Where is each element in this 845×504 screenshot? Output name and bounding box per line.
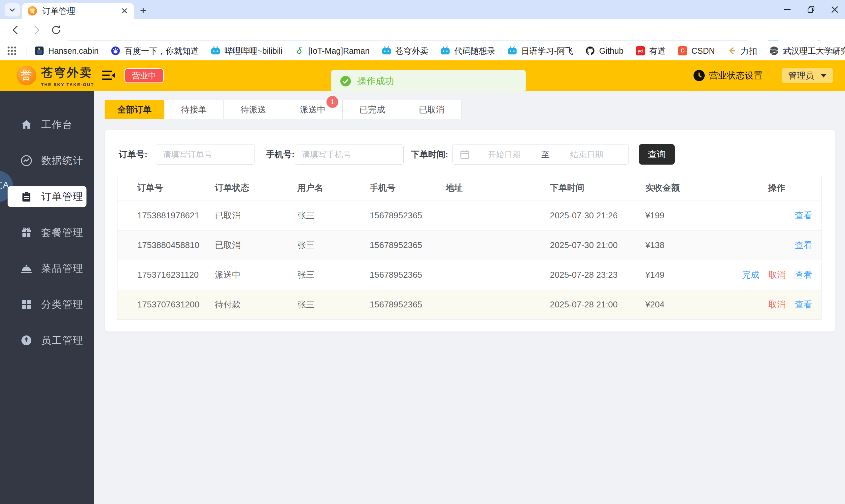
- bookmark-item[interactable]: Hansen.cabin: [34, 46, 99, 56]
- brand-logo-icon: 誉: [17, 66, 36, 86]
- action-link[interactable]: 取消: [769, 299, 786, 310]
- tab-label: 待接单: [181, 104, 207, 115]
- table-row: 1753880458810 已取消 张三 15678952365 2025-07…: [118, 231, 821, 260]
- bilibili-tv-icon: [507, 46, 517, 56]
- sidebar-item-categories[interactable]: 分类管理: [0, 294, 94, 325]
- bookmark-item[interactable]: 百度一下，你就知道: [110, 46, 199, 56]
- col-address: 地址: [426, 182, 530, 194]
- apps-grid-icon[interactable]: [6, 46, 17, 56]
- tab-close-icon[interactable]: ✕: [121, 6, 128, 16]
- sidebar-item-orders[interactable]: 订单管理: [0, 186, 94, 217]
- bookmark-item[interactable]: 代码随想录: [440, 46, 495, 56]
- success-toast: 操作成功: [331, 70, 526, 92]
- sidebar-item-statistics[interactable]: 数据统计: [0, 150, 94, 181]
- new-tab-button[interactable]: +: [140, 4, 146, 17]
- sidebar: 文A 工作台 数据统计 订单管理 套餐管理 菜品管理 分类管理 员工管理: [0, 91, 94, 504]
- tab-search-button[interactable]: [5, 3, 20, 17]
- stats-icon: [20, 155, 32, 166]
- restore-button[interactable]: [807, 5, 815, 14]
- tab-all-orders[interactable]: 全部订单: [105, 100, 164, 119]
- back-button[interactable]: [10, 24, 22, 36]
- order-status: 派送中: [195, 269, 278, 281]
- bookmarks-divider: [26, 46, 27, 56]
- minimize-button[interactable]: [783, 5, 792, 14]
- tab-completed[interactable]: 已完成: [342, 100, 402, 119]
- order-number-input[interactable]: [156, 144, 255, 165]
- order-time-label: 下单时间:: [411, 144, 448, 165]
- tab-cancelled[interactable]: 已取消: [402, 100, 461, 119]
- bookmark-label: 日语学习-阿飞: [521, 46, 573, 56]
- toast-message: 操作成功: [357, 75, 394, 87]
- action-link[interactable]: 查看: [795, 239, 812, 251]
- business-status-setting[interactable]: 营业状态设置: [709, 70, 762, 82]
- table-row: 1753707631200 待付款 张三 15678952365 2025-07…: [118, 290, 821, 320]
- sidebar-collapse-icon[interactable]: [102, 69, 116, 82]
- date-range-picker[interactable]: 开始日期 至 结束日期: [452, 144, 629, 165]
- action-link[interactable]: 查看: [795, 269, 812, 281]
- tab-dispatching[interactable]: 派送中1: [283, 100, 342, 119]
- order-status: 已取消: [195, 239, 278, 251]
- col-user: 用户名: [278, 182, 350, 194]
- phone-input[interactable]: [295, 144, 404, 165]
- bookmark-label: CSDN: [691, 46, 715, 56]
- bilibili-tv-icon: [382, 46, 391, 56]
- bookmark-item[interactable]: δ[IoT-Mag]Raman: [295, 46, 370, 56]
- order-phone: 15678952365: [350, 240, 426, 250]
- sidebar-item-workbench[interactable]: 工作台: [0, 114, 94, 145]
- browser-tab[interactable]: 誉 订单管理 ✕: [22, 3, 134, 19]
- tab-pending-accept[interactable]: 待接单: [164, 100, 224, 119]
- bookmark-label: 哔哩哔哩~bilibili: [225, 46, 283, 56]
- sidebar-item-employees[interactable]: 员工管理: [0, 330, 94, 361]
- action-link[interactable]: 查看: [795, 299, 812, 310]
- bookmark-item[interactable]: Github: [585, 46, 623, 56]
- close-button[interactable]: [830, 5, 839, 14]
- admin-dropdown[interactable]: 管理员: [781, 68, 833, 83]
- browser-titlebar: 誉 订单管理 ✕ +: [0, 0, 845, 19]
- end-date-placeholder[interactable]: 结束日期: [552, 149, 621, 160]
- bookmarks-bar: Hansen.cabin 百度一下，你就知道 哔哩哔哩~bilibili δ[I…: [0, 41, 845, 60]
- order-time: 2025-07-30 21:26: [530, 211, 626, 221]
- bookmark-item[interactable]: 日语学习-阿飞: [507, 46, 573, 56]
- bookmark-item[interactable]: 力扣: [727, 46, 757, 56]
- search-button[interactable]: 查询: [639, 144, 675, 165]
- range-separator: 至: [539, 149, 552, 160]
- order-user: 张三: [278, 210, 350, 221]
- chevron-down-icon: [8, 6, 16, 14]
- order-status: 已取消: [195, 210, 278, 221]
- action-link[interactable]: 查看: [795, 210, 812, 221]
- start-date-placeholder[interactable]: 开始日期: [470, 149, 539, 160]
- order-amount: ¥138: [626, 240, 732, 250]
- bilibili-tv-icon: [211, 46, 221, 56]
- tab-pending-dispatch[interactable]: 待派送: [224, 100, 283, 119]
- col-phone: 手机号: [350, 182, 426, 194]
- order-actions: 完成 取消 查看: [732, 269, 822, 281]
- col-amount: 实收金额: [626, 182, 732, 194]
- order-status-tabs: 全部订单 待接单 待派送 派送中1 已完成 已取消: [105, 100, 461, 119]
- brand-subtitle: THE SKY TAKE-OUT: [41, 82, 94, 87]
- browser-toolbar: localhost:8082/#/order G文 KT: [0, 19, 845, 41]
- orders-table: 订单号 订单状态 用户名 手机号 地址 下单时间 实收金额 操作 1753881…: [117, 175, 822, 320]
- forward-button[interactable]: [30, 24, 42, 36]
- order-actions: 查看: [732, 210, 822, 221]
- sidebar-item-dishes[interactable]: 菜品管理: [0, 258, 94, 289]
- tab-label: 全部订单: [118, 104, 152, 115]
- sidebar-item-combos[interactable]: 套餐管理: [0, 222, 94, 253]
- tab-count-badge: 1: [327, 96, 338, 108]
- action-link[interactable]: 取消: [769, 269, 786, 281]
- bookmark-item[interactable]: 苍穹外卖: [382, 46, 428, 56]
- reload-button[interactable]: [50, 24, 62, 36]
- bookmark-item[interactable]: yd有道: [635, 46, 666, 56]
- bookmarks-overflow-icon[interactable]: »: [831, 45, 837, 56]
- bookmark-item[interactable]: 哔哩哔哩~bilibili: [211, 46, 283, 56]
- table-header-row: 订单号 订单状态 用户名 手机号 地址 下单时间 实收金额 操作: [118, 175, 821, 201]
- order-id: 1753880458810: [118, 240, 195, 250]
- bookmark-label: [IoT-Mag]Raman: [308, 46, 370, 56]
- brand: 苍穹外卖 THE SKY TAKE-OUT: [41, 65, 94, 87]
- bookmark-label: 力扣: [741, 46, 757, 56]
- action-link[interactable]: 完成: [742, 269, 759, 281]
- order-time: 2025-07-30 21:00: [530, 240, 626, 250]
- business-status-badge: 营业中: [124, 68, 164, 83]
- bookmark-item[interactable]: CCSDN: [677, 46, 715, 56]
- tab-title: 订单管理: [42, 6, 118, 17]
- dish-icon: [20, 263, 32, 274]
